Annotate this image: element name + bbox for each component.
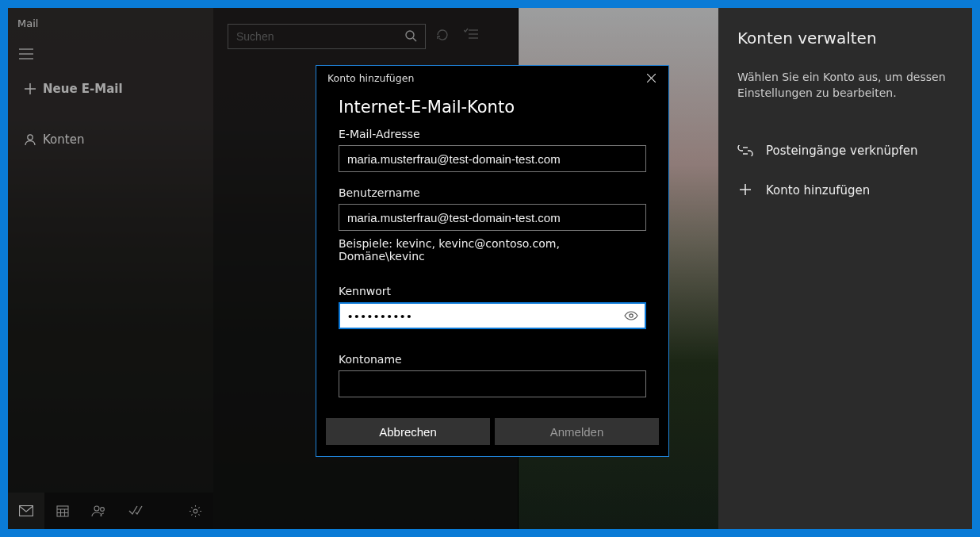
email-label: E-Mail-Adresse	[339, 128, 646, 140]
dialog-title: Konto hinzufügen	[327, 72, 414, 84]
dialog-heading: Internet-E-Mail-Konto	[339, 98, 646, 117]
link-icon	[737, 143, 753, 159]
cancel-button[interactable]: Abbrechen	[326, 418, 490, 445]
add-account-action[interactable]: Konto hinzufügen	[737, 171, 953, 210]
reveal-password-icon[interactable]	[624, 309, 638, 323]
svg-point-28	[630, 314, 633, 317]
plus-icon	[737, 182, 753, 199]
link-inboxes-label: Posteingänge verknüpfen	[766, 144, 918, 158]
signin-button[interactable]: Anmelden	[495, 418, 659, 445]
link-inboxes-action[interactable]: Posteingänge verknüpfen	[737, 131, 953, 171]
accountname-label: Kontoname	[339, 353, 646, 366]
dialog-close-button[interactable]	[640, 68, 662, 87]
username-input[interactable]	[339, 204, 646, 231]
add-account-dialog: Konto hinzufügen Internet-E-Mail-Konto E…	[316, 65, 669, 457]
username-label: Benutzername	[339, 186, 646, 199]
accountname-input[interactable]	[339, 370, 646, 397]
password-input[interactable]	[348, 309, 618, 323]
app-window: Mail Neue E-Mail Konten	[8, 8, 972, 529]
username-hint: Beispiele: kevinc, kevinc@contoso.com, D…	[339, 237, 646, 263]
settings-description: Wählen Sie ein Konto aus, um dessen Eins…	[737, 70, 953, 101]
email-input[interactable]	[339, 145, 646, 172]
settings-flyout: Konten verwalten Wählen Sie ein Konto au…	[718, 8, 972, 529]
password-label: Kennwort	[339, 285, 646, 297]
settings-title: Konten verwalten	[737, 29, 953, 48]
password-field-wrap	[339, 302, 646, 329]
add-account-label: Konto hinzufügen	[766, 183, 870, 198]
